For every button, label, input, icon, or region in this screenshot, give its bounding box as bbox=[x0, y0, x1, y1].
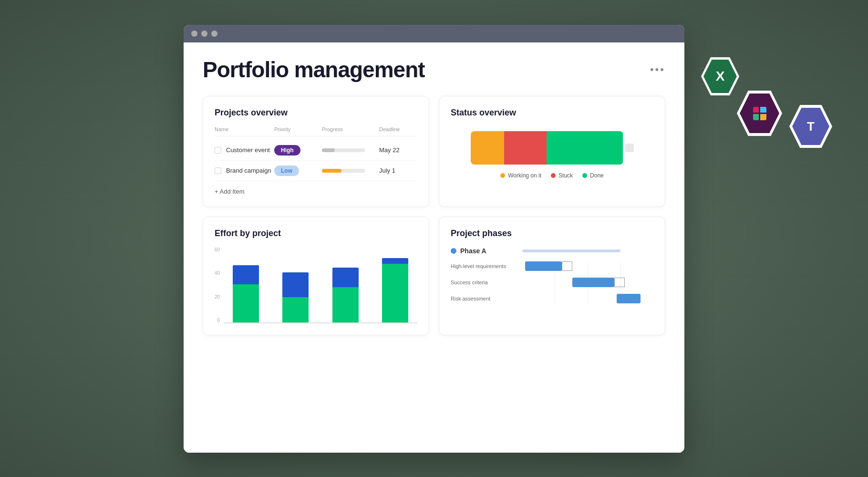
bar-2 bbox=[274, 257, 318, 322]
bar-1-green bbox=[233, 284, 259, 322]
row-label-1: Customer event bbox=[226, 146, 270, 154]
table-row: Customer event High May 22 bbox=[215, 140, 417, 161]
done-segment bbox=[547, 131, 623, 165]
status-chart: Working on it Stuck Done bbox=[451, 126, 653, 184]
legend-done: Done bbox=[582, 172, 604, 179]
gantt-bar-1 bbox=[525, 261, 562, 271]
col-progress: Progress bbox=[322, 126, 379, 132]
browser-titlebar bbox=[184, 25, 684, 42]
col-deadline: Deadline bbox=[379, 126, 417, 132]
gantt-label-3: Risk assessment bbox=[451, 296, 517, 301]
bar-3 bbox=[323, 257, 367, 322]
done-label: Done bbox=[590, 172, 604, 179]
col-priority: Priority bbox=[274, 126, 322, 132]
gantt-row-3: Risk assessment bbox=[451, 294, 653, 303]
priority-badge-2: Low bbox=[274, 166, 322, 176]
low-priority-badge[interactable]: Low bbox=[274, 166, 299, 176]
bar-3-green bbox=[332, 287, 359, 322]
phase-a-bar bbox=[522, 249, 620, 252]
table-row: Brand campaign Low July 1 bbox=[215, 161, 417, 181]
bar-2-green bbox=[282, 297, 309, 322]
gantt-label-1: High-level requirements bbox=[451, 263, 517, 269]
bar-4 bbox=[373, 257, 417, 322]
row-label-2: Brand campaign bbox=[226, 167, 271, 174]
y-label-40: 40 bbox=[215, 270, 220, 276]
gantt-row-1: High-level requirements bbox=[451, 261, 653, 271]
effort-by-project-card: Effort by project 60 40 20 0 bbox=[203, 217, 429, 335]
gantt-row-2: Success criteria bbox=[451, 278, 653, 287]
phase-a-header: Phase A bbox=[451, 247, 653, 255]
browser-dot-3 bbox=[211, 31, 217, 37]
phase-a-label: Phase A bbox=[460, 247, 486, 255]
bar-chart-bars bbox=[224, 257, 417, 323]
project-phases-card: Project phases Phase A bbox=[439, 217, 665, 335]
stuck-label: Stuck bbox=[558, 172, 573, 179]
row-name-2: Brand campaign bbox=[215, 167, 274, 174]
dashboard-grid: Projects overview Name Priority Progress… bbox=[203, 96, 665, 335]
effort-title: Effort by project bbox=[215, 228, 417, 238]
bar-1-blue bbox=[233, 265, 259, 284]
bar-4-blue bbox=[382, 258, 408, 264]
deadline-1: May 22 bbox=[379, 146, 417, 154]
row-checkbox-2[interactable] bbox=[215, 167, 221, 174]
bar-3-blue bbox=[332, 268, 359, 287]
progress-bar-1 bbox=[322, 148, 379, 152]
y-label-20: 20 bbox=[215, 294, 220, 300]
done-dot bbox=[582, 173, 587, 178]
row-checkbox-1[interactable] bbox=[215, 147, 221, 154]
working-dot bbox=[500, 173, 505, 178]
projects-table: Name Priority Progress Deadline Customer… bbox=[215, 126, 417, 181]
bar-1 bbox=[224, 257, 268, 322]
row-name-1: Customer event bbox=[215, 146, 274, 154]
gantt-bar-3 bbox=[617, 294, 641, 303]
deadline-2: July 1 bbox=[379, 167, 417, 174]
page-title: Portfolio management bbox=[203, 57, 425, 83]
stuck-dot bbox=[551, 173, 556, 178]
table-header: Name Priority Progress Deadline bbox=[215, 126, 417, 136]
projects-overview-card: Projects overview Name Priority Progress… bbox=[203, 96, 429, 207]
status-overview-title: Status overview bbox=[451, 108, 653, 118]
high-priority-badge[interactable]: High bbox=[274, 145, 300, 156]
y-label-0: 0 bbox=[217, 318, 220, 323]
more-options-icon[interactable]: ••• bbox=[650, 63, 665, 76]
phase-a-dot bbox=[451, 248, 456, 254]
browser-dot-1 bbox=[191, 31, 197, 37]
gantt-label-2: Success criteria bbox=[451, 280, 517, 285]
legend-working: Working on it bbox=[500, 172, 541, 179]
gantt-connector-2 bbox=[614, 278, 625, 287]
status-legend: Working on it Stuck Done bbox=[500, 172, 604, 179]
y-axis: 60 40 20 0 bbox=[215, 247, 224, 323]
progress-bar-2 bbox=[322, 169, 379, 173]
page-header: Portfolio management ••• bbox=[203, 57, 665, 83]
phase-a-bar-container bbox=[522, 249, 653, 252]
stuck-segment bbox=[504, 131, 547, 165]
project-phases-title: Project phases bbox=[451, 228, 653, 238]
gantt-track-3 bbox=[522, 294, 653, 303]
gantt-connector-1 bbox=[562, 261, 572, 271]
status-bar-chart bbox=[471, 131, 623, 165]
status-chart-extra bbox=[625, 144, 634, 152]
gantt-rows-container: High-level requirements Success criteria bbox=[451, 261, 653, 303]
gantt-chart: Phase A bbox=[451, 247, 653, 303]
y-label-60: 60 bbox=[215, 247, 220, 252]
legend-stuck: Stuck bbox=[551, 172, 573, 179]
bar-4-green bbox=[382, 264, 408, 322]
add-item-button[interactable]: + Add Item bbox=[215, 188, 417, 195]
gantt-track-1 bbox=[522, 261, 653, 271]
priority-badge-1: High bbox=[274, 145, 322, 156]
bar-2-blue bbox=[282, 272, 309, 298]
gantt-bar-2 bbox=[572, 278, 614, 287]
working-segment bbox=[471, 131, 504, 165]
browser-dot-2 bbox=[201, 31, 207, 37]
projects-overview-title: Projects overview bbox=[215, 108, 417, 118]
working-label: Working on it bbox=[508, 172, 541, 179]
col-name: Name bbox=[215, 126, 274, 132]
gantt-track-2 bbox=[522, 278, 653, 287]
status-overview-card: Status overview bbox=[439, 96, 665, 207]
